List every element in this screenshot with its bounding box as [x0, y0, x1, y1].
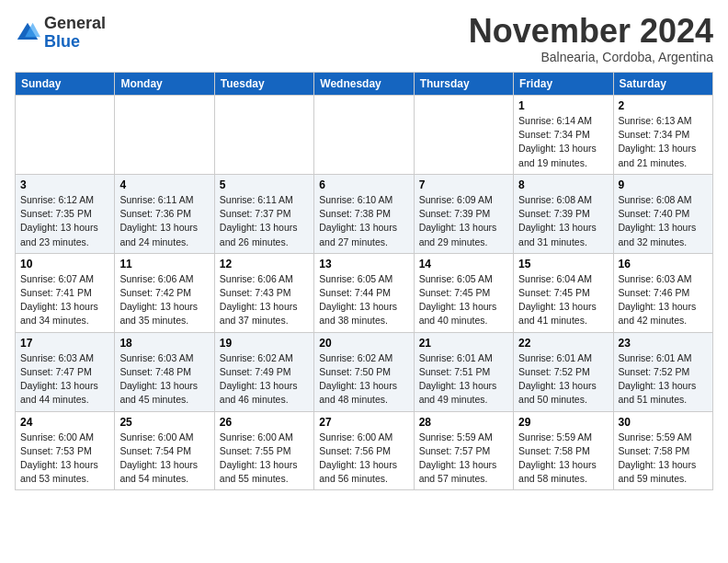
day-info: Sunrise: 6:00 AM Sunset: 7:56 PM Dayligh…: [319, 431, 408, 487]
weekday-header: Monday: [115, 73, 214, 96]
day-number: 15: [518, 258, 608, 270]
calendar-cell: 13Sunrise: 6:05 AM Sunset: 7:44 PM Dayli…: [314, 253, 414, 332]
calendar-cell: 27Sunrise: 6:00 AM Sunset: 7:56 PM Dayli…: [314, 411, 414, 490]
calendar-cell: 7Sunrise: 6:09 AM Sunset: 7:39 PM Daylig…: [414, 174, 513, 253]
day-info: Sunrise: 5:59 AM Sunset: 7:57 PM Dayligh…: [419, 431, 508, 487]
day-info: Sunrise: 6:00 AM Sunset: 7:55 PM Dayligh…: [220, 431, 309, 487]
calendar-body: 1Sunrise: 6:14 AM Sunset: 7:34 PM Daylig…: [16, 96, 713, 490]
calendar-header: SundayMondayTuesdayWednesdayThursdayFrid…: [16, 73, 713, 96]
day-number: 16: [619, 258, 708, 270]
calendar-week-row: 10Sunrise: 6:07 AM Sunset: 7:41 PM Dayli…: [16, 253, 713, 332]
day-info: Sunrise: 6:11 AM Sunset: 7:36 PM Dayligh…: [119, 193, 209, 249]
day-info: Sunrise: 5:59 AM Sunset: 7:58 PM Dayligh…: [619, 431, 708, 487]
calendar-cell: 29Sunrise: 5:59 AM Sunset: 7:58 PM Dayli…: [514, 411, 613, 490]
weekday-header: Saturday: [613, 73, 712, 96]
header-row: SundayMondayTuesdayWednesdayThursdayFrid…: [16, 73, 713, 96]
day-number: 24: [20, 416, 109, 429]
day-number: 18: [119, 337, 209, 350]
day-info: Sunrise: 6:01 AM Sunset: 7:52 PM Dayligh…: [518, 351, 608, 408]
day-number: 9: [619, 178, 708, 191]
calendar-week-row: 17Sunrise: 6:03 AM Sunset: 7:47 PM Dayli…: [16, 332, 713, 411]
calendar-cell: 6Sunrise: 6:10 AM Sunset: 7:38 PM Daylig…: [314, 174, 414, 253]
day-info: Sunrise: 6:08 AM Sunset: 7:40 PM Dayligh…: [619, 193, 708, 249]
day-info: Sunrise: 6:02 AM Sunset: 7:50 PM Dayligh…: [319, 351, 408, 408]
calendar-cell: [16, 96, 115, 175]
calendar-cell: 18Sunrise: 6:03 AM Sunset: 7:48 PM Dayli…: [115, 332, 214, 411]
day-info: Sunrise: 6:13 AM Sunset: 7:34 PM Dayligh…: [619, 114, 708, 170]
title-block: November 2024 Balnearia, Cordoba, Argent…: [469, 15, 713, 64]
day-info: Sunrise: 6:03 AM Sunset: 7:48 PM Dayligh…: [119, 351, 209, 408]
calendar-week-row: 3Sunrise: 6:12 AM Sunset: 7:35 PM Daylig…: [16, 174, 713, 253]
day-number: 17: [20, 337, 109, 350]
day-number: 11: [119, 258, 209, 270]
day-number: 13: [319, 258, 408, 270]
day-number: 19: [220, 337, 309, 350]
day-number: 3: [20, 178, 109, 191]
day-info: Sunrise: 6:05 AM Sunset: 7:45 PM Dayligh…: [419, 272, 508, 328]
calendar-cell: 26Sunrise: 6:00 AM Sunset: 7:55 PM Dayli…: [214, 411, 313, 490]
calendar-cell: 22Sunrise: 6:01 AM Sunset: 7:52 PM Dayli…: [514, 332, 613, 411]
day-info: Sunrise: 6:00 AM Sunset: 7:53 PM Dayligh…: [20, 431, 109, 487]
day-number: 4: [119, 178, 209, 191]
calendar-cell: 14Sunrise: 6:05 AM Sunset: 7:45 PM Dayli…: [414, 253, 513, 332]
calendar-table: SundayMondayTuesdayWednesdayThursdayFrid…: [15, 72, 713, 490]
calendar-cell: 12Sunrise: 6:06 AM Sunset: 7:43 PM Dayli…: [214, 253, 313, 332]
logo-icon: [15, 20, 40, 46]
day-info: Sunrise: 6:02 AM Sunset: 7:49 PM Dayligh…: [220, 351, 309, 408]
day-number: 6: [319, 178, 408, 191]
day-number: 26: [220, 416, 309, 429]
calendar-cell: 19Sunrise: 6:02 AM Sunset: 7:49 PM Dayli…: [214, 332, 313, 411]
day-number: 30: [619, 416, 708, 429]
day-info: Sunrise: 6:07 AM Sunset: 7:41 PM Dayligh…: [20, 272, 109, 328]
page-header: General Blue November 2024 Balnearia, Co…: [15, 15, 713, 64]
day-info: Sunrise: 6:01 AM Sunset: 7:52 PM Dayligh…: [619, 351, 708, 408]
day-number: 22: [518, 337, 608, 350]
day-number: 25: [119, 416, 209, 429]
day-number: 2: [619, 99, 708, 112]
calendar-cell: 28Sunrise: 5:59 AM Sunset: 7:57 PM Dayli…: [414, 411, 513, 490]
calendar-cell: [414, 96, 513, 175]
day-info: Sunrise: 6:01 AM Sunset: 7:51 PM Dayligh…: [419, 351, 508, 408]
day-info: Sunrise: 6:03 AM Sunset: 7:46 PM Dayligh…: [619, 272, 708, 328]
day-number: 8: [518, 178, 608, 191]
calendar-cell: 4Sunrise: 6:11 AM Sunset: 7:36 PM Daylig…: [115, 174, 214, 253]
day-info: Sunrise: 6:06 AM Sunset: 7:43 PM Dayligh…: [220, 272, 309, 328]
calendar-cell: 23Sunrise: 6:01 AM Sunset: 7:52 PM Dayli…: [613, 332, 712, 411]
weekday-header: Sunday: [16, 73, 115, 96]
calendar-cell: 10Sunrise: 6:07 AM Sunset: 7:41 PM Dayli…: [16, 253, 115, 332]
day-info: Sunrise: 6:10 AM Sunset: 7:38 PM Dayligh…: [319, 193, 408, 249]
logo-text: General Blue: [44, 15, 106, 52]
calendar-week-row: 24Sunrise: 6:00 AM Sunset: 7:53 PM Dayli…: [16, 411, 713, 490]
calendar-cell: 20Sunrise: 6:02 AM Sunset: 7:50 PM Dayli…: [314, 332, 414, 411]
calendar-cell: 24Sunrise: 6:00 AM Sunset: 7:53 PM Dayli…: [16, 411, 115, 490]
weekday-header: Tuesday: [214, 73, 313, 96]
logo-blue-text: Blue: [44, 32, 80, 51]
logo-general: General: [44, 14, 106, 32]
day-info: Sunrise: 6:06 AM Sunset: 7:42 PM Dayligh…: [119, 272, 209, 328]
day-info: Sunrise: 6:03 AM Sunset: 7:47 PM Dayligh…: [20, 351, 109, 408]
logo: General Blue: [15, 15, 106, 52]
day-number: 10: [20, 258, 109, 270]
calendar-cell: 17Sunrise: 6:03 AM Sunset: 7:47 PM Dayli…: [16, 332, 115, 411]
day-info: Sunrise: 6:14 AM Sunset: 7:34 PM Dayligh…: [518, 114, 608, 170]
weekday-header: Thursday: [414, 73, 513, 96]
day-number: 12: [220, 258, 309, 270]
day-number: 21: [419, 337, 508, 350]
day-info: Sunrise: 6:11 AM Sunset: 7:37 PM Dayligh…: [220, 193, 309, 249]
calendar-cell: 21Sunrise: 6:01 AM Sunset: 7:51 PM Dayli…: [414, 332, 513, 411]
day-number: 23: [619, 337, 708, 350]
calendar-cell: [214, 96, 313, 175]
day-number: 20: [319, 337, 408, 350]
calendar-cell: 25Sunrise: 6:00 AM Sunset: 7:54 PM Dayli…: [115, 411, 214, 490]
day-number: 5: [220, 178, 309, 191]
day-number: 27: [319, 416, 408, 429]
calendar-cell: 8Sunrise: 6:08 AM Sunset: 7:39 PM Daylig…: [514, 174, 613, 253]
day-info: Sunrise: 6:00 AM Sunset: 7:54 PM Dayligh…: [119, 431, 209, 487]
day-number: 14: [419, 258, 508, 270]
day-number: 7: [419, 178, 508, 191]
calendar-cell: 5Sunrise: 6:11 AM Sunset: 7:37 PM Daylig…: [214, 174, 313, 253]
weekday-header: Wednesday: [314, 73, 414, 96]
calendar-cell: 3Sunrise: 6:12 AM Sunset: 7:35 PM Daylig…: [16, 174, 115, 253]
location: Balnearia, Cordoba, Argentina: [469, 50, 713, 64]
day-info: Sunrise: 6:05 AM Sunset: 7:44 PM Dayligh…: [319, 272, 408, 328]
